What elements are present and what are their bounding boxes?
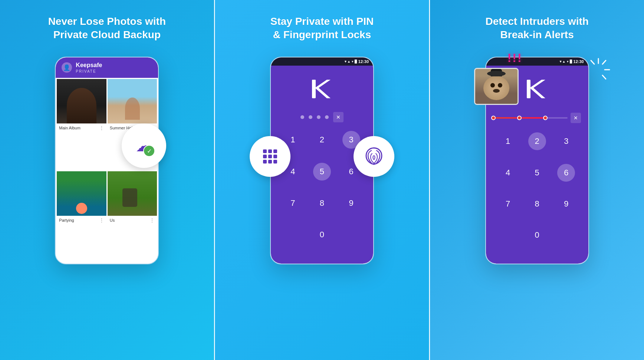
grid-dot-9 [273, 160, 277, 164]
alert-key-2[interactable]: 2 [528, 132, 546, 150]
fingerprint-badge [354, 136, 394, 177]
grid-dot-4 [263, 155, 267, 158]
burst-flash [585, 57, 611, 84]
album-label-partying: Partying ⋮ [57, 216, 106, 225]
k-logo-svg-3 [525, 77, 549, 101]
grid-dot-7 [263, 160, 267, 164]
pin-phone-wrapper: ▼▲ ▾ ▉ 12:30 [270, 57, 374, 264]
grid-dot-1 [263, 149, 267, 153]
backspace-button-3[interactable]: ✕ [571, 113, 581, 123]
photo-grid: Main Album ⋮ Summer Holi... ⋮ [56, 78, 158, 264]
key-8[interactable]: 8 [308, 193, 337, 213]
alert-key-5[interactable]: 5 [522, 162, 552, 183]
status-time-2: 12:30 [358, 59, 369, 64]
alert-key-1[interactable]: 1 [493, 131, 523, 152]
grid-dot-3 [273, 149, 277, 153]
alert-key-8[interactable]: 8 [522, 194, 552, 214]
album-us[interactable]: Us ⋮ [108, 171, 157, 262]
alert-exclamation-marks: ! ! ! [507, 51, 522, 65]
pug-eye-left [490, 83, 495, 87]
alert-key-4[interactable]: 4 [493, 162, 523, 183]
intruder-photo [474, 68, 519, 105]
pug-nose [493, 89, 500, 93]
more-options-icon[interactable]: ⋮ [99, 125, 104, 131]
album-name-partying: Partying [59, 218, 74, 222]
alert-key-6-container[interactable]: 6 [552, 162, 581, 183]
keypad-icon [263, 149, 277, 164]
phone-mockup-1: ☁ ✓ 👤 Keepsafe PRIVATE [55, 57, 159, 264]
svg-line-4 [602, 60, 606, 64]
key-7[interactable]: 7 [278, 193, 308, 213]
photo-beach [108, 79, 157, 123]
panel2-title: Stay Private with PIN& Fingerprint Locks [270, 15, 374, 42]
user-avatar: 👤 [62, 62, 72, 73]
alert-key-6[interactable]: 6 [557, 164, 575, 182]
svg-marker-9 [530, 80, 545, 98]
exclamation-2: ! [512, 51, 516, 65]
fingerprint-icon [364, 146, 384, 166]
alert-key-2-container[interactable]: 2 [522, 131, 552, 152]
progress-dot-3 [543, 116, 548, 120]
progress-track [493, 117, 568, 119]
svg-marker-2 [315, 80, 331, 98]
pug-face [483, 76, 509, 100]
key-5-container[interactable]: 5 [308, 161, 337, 182]
alert-key-0[interactable]: 0 [522, 225, 552, 245]
k-logo-svg-2 [310, 77, 334, 101]
pin-dot-4 [325, 115, 329, 119]
wifi-icon-3: ▾ [567, 60, 569, 63]
exclamation-1: ! [507, 51, 512, 65]
album-label-main: Main Album ⋮ [57, 123, 106, 132]
svg-rect-8 [527, 80, 530, 98]
wifi-icon: ▾ [352, 60, 354, 63]
alert-key-3[interactable]: 3 [552, 131, 581, 152]
hat-brim [487, 71, 506, 76]
grid-dot-6 [273, 155, 277, 158]
photo-pool [57, 171, 106, 216]
key-2[interactable]: 2 [308, 130, 337, 150]
backspace-button[interactable]: ✕ [333, 112, 344, 122]
album-main[interactable]: Main Album ⋮ [57, 79, 106, 170]
panel-break-in-alert: Detect Intruders withBreak-in Alerts ! ! [430, 0, 644, 360]
status-icons-3: ▼▲ ▾ ▉ 12:30 [559, 59, 584, 64]
pin-dot-2 [309, 115, 312, 119]
alert-key-9[interactable]: 9 [552, 194, 581, 214]
key-0[interactable]: 0 [308, 225, 337, 245]
status-bar-3: ▼▲ ▾ ▉ 12:30 [486, 57, 588, 66]
phone-container-3: ! ! ! ▼▲ ▾ ▉ 12:30 [485, 57, 589, 264]
pin-dot-3 [317, 115, 321, 119]
grid-dot-2 [268, 149, 272, 153]
album-name-main: Main Album [59, 126, 80, 130]
progress-dot-1 [491, 116, 496, 120]
keypad-badge [250, 136, 290, 177]
status-bar-2: ▼▲ ▾ ▉ 12:30 [271, 57, 373, 66]
privacy-label: PRIVATE [76, 69, 102, 73]
status-icons-2: ▼▲ ▾ ▉ 12:30 [344, 59, 369, 64]
album-label-us: Us ⋮ [108, 216, 157, 225]
svg-line-7 [591, 60, 594, 64]
gallery-info: Keepsafe PRIVATE [76, 62, 102, 73]
key-9[interactable]: 9 [336, 193, 366, 213]
pug-eye-right [498, 83, 502, 87]
panel-pin-lock: Stay Private with PIN& Fingerprint Locks [215, 0, 430, 360]
exclamation-3: ! [518, 51, 522, 65]
album-name-us: Us [110, 218, 115, 222]
signal-icon-3: ▼▲ [559, 60, 566, 63]
album-partying[interactable]: Partying ⋮ [57, 171, 106, 262]
alert-keypad[interactable]: 1 2 3 4 5 6 7 8 9 0 [486, 128, 588, 264]
burst-icon [585, 57, 611, 83]
check-badge: ✓ [143, 145, 155, 157]
panel3-title: Detect Intruders withBreak-in Alerts [485, 15, 588, 42]
more-options-icon-3[interactable]: ⋮ [99, 217, 104, 223]
pug-eyes [483, 83, 509, 87]
pin-entry-dots: ✕ [271, 108, 373, 126]
app-name: Keepsafe [76, 62, 102, 69]
battery-icon-3: ▉ [570, 60, 572, 63]
panel-cloud-backup: Never Lose Photos withPrivate Cloud Back… [0, 0, 214, 360]
key-5[interactable]: 5 [313, 163, 331, 181]
photo-grass [108, 171, 157, 216]
more-options-icon-4[interactable]: ⋮ [150, 217, 155, 223]
signal-icon: ▼▲ [344, 60, 351, 63]
alert-key-7[interactable]: 7 [493, 194, 523, 214]
keepsafe-logo-2 [271, 66, 373, 108]
